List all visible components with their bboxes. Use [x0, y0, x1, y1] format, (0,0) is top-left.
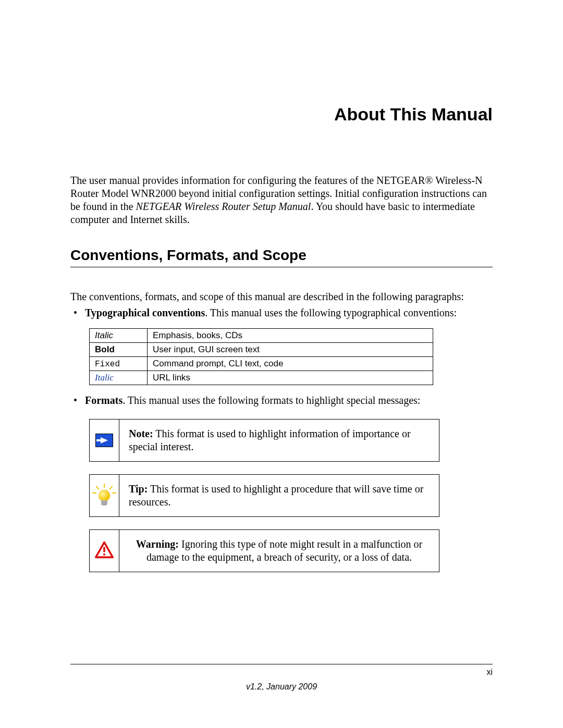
callout-note: Note: This format is used to highlight i…: [89, 419, 439, 462]
note-arrow-icon: [95, 434, 113, 447]
conv-style-label: Italic: [95, 330, 113, 340]
conv-desc: Emphasis, books, CDs: [148, 329, 433, 343]
callout-body: Ignoring this type of note might result …: [146, 538, 422, 563]
callout-tip: Tip: This format is used to highlight a …: [89, 474, 439, 517]
chapter-title: About This Manual: [70, 104, 493, 125]
footer-version: v1.2, January 2009: [0, 682, 563, 692]
bullet-lead: Formats: [85, 394, 123, 406]
page-number: xi: [486, 668, 493, 677]
callout-label: Note:: [129, 428, 153, 439]
table-row: Italic URL links: [90, 371, 433, 385]
conv-style-label: Bold: [95, 344, 115, 354]
intro-paragraph: The user manual provides information for…: [70, 174, 493, 226]
callout-icon-cell: [90, 419, 119, 461]
svg-rect-0: [103, 547, 105, 552]
callout-label: Warning:: [136, 538, 179, 550]
bullet-lead: Typographical conventions: [85, 307, 205, 318]
intro-reference-italic: NETGEAR Wireless Router Setup Manual: [136, 201, 311, 212]
section-heading: Conventions, Formats, and Scope: [70, 247, 493, 267]
conv-desc: User input, GUI screen text: [148, 343, 433, 357]
callout-label: Tip:: [129, 483, 148, 495]
bullet-list: Typographical conventions. This manual u…: [70, 307, 493, 572]
callout-icon-cell: [90, 530, 119, 572]
bullet-typographical: Typographical conventions. This manual u…: [70, 307, 493, 385]
callout-body: This format is used to highlight informa…: [129, 428, 411, 452]
lightbulb-icon: [95, 484, 114, 508]
warning-triangle-icon: [95, 541, 114, 561]
svg-rect-1: [103, 553, 105, 556]
conv-desc: URL links: [148, 371, 433, 385]
table-row: Bold User input, GUI screen text: [90, 343, 433, 357]
conv-style-label: Italic: [95, 373, 114, 382]
table-row: Italic Emphasis, books, CDs: [90, 329, 433, 343]
bullet-formats: Formats. This manual uses the following …: [70, 394, 493, 572]
conv-style-label: Fixed: [95, 360, 120, 369]
callout-text: Tip: This format is used to highlight a …: [119, 475, 439, 516]
section-intro: The conventions, formats, and scope of t…: [70, 291, 493, 303]
bullet-rest: . This manual uses the following typogra…: [205, 307, 457, 318]
callout-icon-cell: [90, 475, 119, 516]
callout-body: This format is used to highlight a proce…: [129, 483, 423, 508]
callout-text: Note: This format is used to highlight i…: [119, 419, 439, 461]
conventions-table: Italic Emphasis, books, CDs Bold User in…: [89, 328, 433, 385]
table-row: Fixed Command prompt, CLI text, code: [90, 357, 433, 371]
callout-text: Warning: Ignoring this type of note migh…: [119, 530, 439, 572]
document-page: About This Manual The user manual provid…: [0, 0, 563, 728]
callout-warning: Warning: Ignoring this type of note migh…: [89, 529, 439, 572]
conv-desc: Command prompt, CLI text, code: [148, 357, 433, 371]
footer-rule: [70, 664, 493, 664]
bullet-rest: . This manual uses the following formats…: [123, 394, 420, 406]
